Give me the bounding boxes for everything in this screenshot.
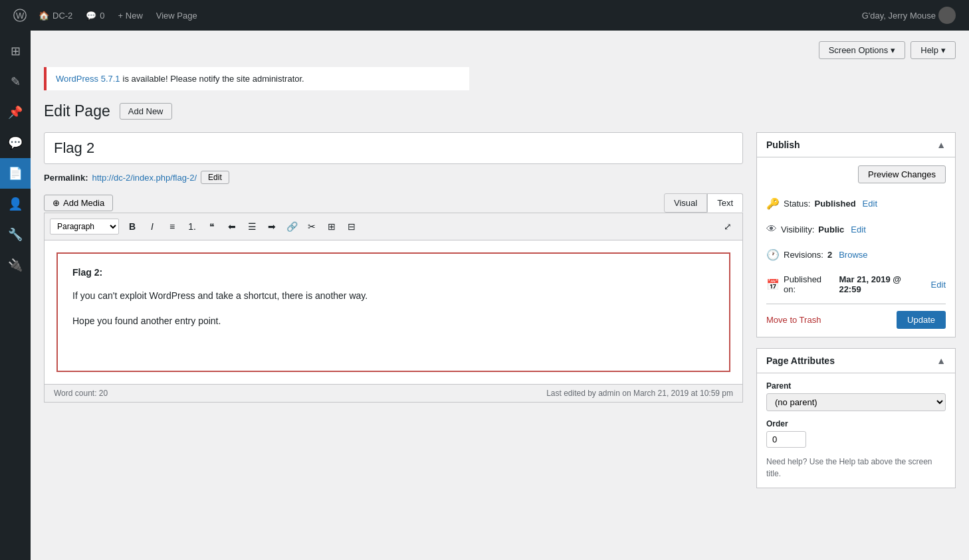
visibility-row: 👁 Visibility: Public Edit bbox=[766, 219, 946, 239]
avatar bbox=[938, 7, 956, 24]
last-edited-text: Last edited by admin on March 21, 2019 a… bbox=[546, 389, 733, 398]
italic-button[interactable]: I bbox=[143, 217, 162, 236]
revisions-label: Revisions: bbox=[784, 250, 823, 260]
add-media-button[interactable]: ⊕ Add Media bbox=[44, 195, 113, 211]
visibility-edit-link[interactable]: Edit bbox=[851, 225, 865, 234]
revisions-browse-link[interactable]: Browse bbox=[839, 250, 867, 260]
screen-options-bar: Screen Options ▾ Help ▾ bbox=[44, 41, 956, 59]
order-label: Order bbox=[766, 419, 946, 428]
tools-icon: 🔧 bbox=[8, 227, 23, 242]
sidebar-item-posts[interactable]: ✎ bbox=[0, 66, 31, 97]
publish-actions: Move to Trash Update bbox=[766, 304, 946, 329]
sidebar-item-plugins[interactable]: 🔌 bbox=[0, 250, 31, 280]
user-greeting: G'day, Jerry Mouse bbox=[862, 7, 956, 24]
sidebar-item-tools[interactable]: 🔧 bbox=[0, 219, 31, 250]
view-page-item[interactable]: View Page bbox=[150, 0, 204, 31]
status-icon: 🔑 bbox=[766, 197, 780, 210]
new-content-item[interactable]: + New bbox=[112, 0, 150, 31]
editor-toolbar-top: ⊕ Add Media Visual Text bbox=[44, 193, 743, 213]
add-new-button[interactable]: Add New bbox=[120, 103, 172, 120]
revisions-value: 2 bbox=[827, 250, 832, 260]
order-input[interactable] bbox=[766, 431, 806, 448]
help-button[interactable]: Help ▾ bbox=[911, 41, 956, 59]
align-right-button[interactable]: ➡ bbox=[263, 217, 281, 236]
revisions-row: 🕐 Revisions: 2 Browse bbox=[766, 244, 946, 265]
sidebar-item-comments[interactable]: 💬 bbox=[0, 128, 31, 158]
svg-text:W: W bbox=[16, 11, 25, 21]
publish-box-title: Publish bbox=[766, 140, 800, 150]
publish-box: Publish ▲ Preview Changes 🔑 Status: Publ… bbox=[756, 132, 956, 337]
update-button[interactable]: Update bbox=[897, 311, 946, 329]
page-attributes-body: Parent (no parent) Order Need help? Use … bbox=[757, 373, 955, 488]
published-row: 📅 Published on: Mar 21, 2019 @ 22:59 Edi… bbox=[766, 270, 946, 298]
published-edit-link[interactable]: Edit bbox=[931, 280, 946, 290]
publish-box-body: Preview Changes 🔑 Status: Published Edit… bbox=[757, 157, 955, 337]
insert-table-button[interactable]: ⊞ bbox=[322, 217, 341, 236]
pages-icon: 📄 bbox=[8, 166, 23, 181]
preview-changes-button[interactable]: Preview Changes bbox=[858, 165, 946, 183]
sidebar-item-dashboard[interactable]: ⊞ bbox=[0, 36, 31, 66]
editor-sidebar: Publish ▲ Preview Changes 🔑 Status: Publ… bbox=[756, 132, 956, 499]
home-icon: 🏠 bbox=[39, 11, 49, 21]
page-attributes-box: Page Attributes ▲ Parent (no parent) Ord… bbox=[756, 348, 956, 488]
status-value: Published bbox=[814, 199, 855, 209]
comments-menu-icon: 💬 bbox=[8, 136, 23, 150]
content-para-2: Hope you found another entry point. bbox=[72, 314, 714, 328]
help-chevron-icon: ▾ bbox=[941, 45, 946, 55]
format-bar: Paragraph Heading 1 Heading 2 Heading 3 … bbox=[45, 213, 742, 240]
permalink-edit-button[interactable]: Edit bbox=[201, 171, 229, 184]
users-icon: 👤 bbox=[8, 197, 23, 211]
site-name-item[interactable]: 🏠 DC-2 bbox=[32, 0, 79, 31]
revisions-icon: 🕐 bbox=[766, 248, 780, 261]
view-page-label: View Page bbox=[156, 11, 197, 21]
page-title-input[interactable] bbox=[44, 132, 743, 164]
editor-footer: Word count: 20 Last edited by admin on M… bbox=[45, 384, 742, 402]
publish-box-collapse-button[interactable]: ▲ bbox=[936, 140, 946, 150]
wp-version-link[interactable]: WordPress 5.7.1 bbox=[56, 74, 120, 84]
page-title: Edit Page bbox=[44, 102, 110, 120]
status-edit-link[interactable]: Edit bbox=[863, 199, 877, 209]
unordered-list-button[interactable]: ≡ bbox=[163, 217, 181, 236]
update-notice: WordPress 5.7.1 is available! Please not… bbox=[44, 67, 469, 90]
screen-options-button[interactable]: Screen Options ▾ bbox=[819, 41, 906, 59]
align-left-button[interactable]: ⬅ bbox=[223, 217, 241, 236]
editor-box: Paragraph Heading 1 Heading 2 Heading 3 … bbox=[44, 213, 743, 403]
parent-select[interactable]: (no parent) bbox=[766, 393, 946, 411]
content-box: Flag 2: If you can't exploit WordPress a… bbox=[56, 252, 730, 372]
sidebar-item-pages[interactable]: 📄 bbox=[0, 158, 31, 189]
visibility-label: Visibility: bbox=[781, 225, 814, 234]
blockquote-button[interactable]: ❝ bbox=[203, 217, 221, 236]
page-attributes-collapse-button[interactable]: ▲ bbox=[936, 355, 946, 366]
content-flag-title: Flag 2: bbox=[72, 267, 714, 278]
tab-text[interactable]: Text bbox=[707, 193, 743, 213]
insert-link-button[interactable]: 🔗 bbox=[282, 217, 301, 236]
bold-button[interactable]: B bbox=[123, 217, 142, 236]
visibility-value: Public bbox=[818, 225, 844, 234]
tab-visual[interactable]: Visual bbox=[664, 193, 707, 213]
screen-options-label: Screen Options bbox=[829, 45, 889, 55]
paragraph-format-select[interactable]: Paragraph Heading 1 Heading 2 Heading 3 … bbox=[50, 219, 119, 234]
sidebar-item-users[interactable]: 👤 bbox=[0, 189, 31, 219]
published-value: Mar 21, 2019 @ 22:59 bbox=[839, 274, 924, 294]
sidebar-item-pin[interactable]: 📌 bbox=[0, 97, 31, 128]
insert-grid-button[interactable]: ⊟ bbox=[342, 217, 361, 236]
permalink-label: Permalink: bbox=[44, 173, 88, 183]
permalink-url[interactable]: http://dc-2/index.php/flag-2/ bbox=[92, 173, 197, 183]
content-area: Permalink: http://dc-2/index.php/flag-2/… bbox=[44, 132, 956, 499]
move-to-trash-link[interactable]: Move to Trash bbox=[766, 315, 821, 325]
site-name-label: DC-2 bbox=[53, 11, 72, 21]
help-label: Help bbox=[920, 45, 938, 55]
align-center-button[interactable]: ☰ bbox=[243, 217, 261, 236]
editor-content-area[interactable]: Flag 2: If you can't exploit WordPress a… bbox=[45, 240, 742, 384]
comments-item[interactable]: 💬 0 bbox=[79, 0, 111, 31]
word-count-value: 20 bbox=[99, 389, 108, 398]
calendar-icon: 📅 bbox=[766, 278, 780, 291]
ordered-list-button[interactable]: 1. bbox=[183, 217, 201, 236]
editor-tabs: Visual Text bbox=[664, 193, 743, 213]
expand-toolbar-button[interactable]: ⤢ bbox=[718, 217, 737, 236]
unlink-button[interactable]: ✂ bbox=[302, 217, 321, 236]
word-count-area: Word count: 20 bbox=[54, 389, 108, 398]
wp-logo-icon[interactable]: W bbox=[8, 0, 32, 31]
word-count-label: Word count: bbox=[54, 389, 96, 398]
page-header: Edit Page Add New bbox=[44, 102, 956, 120]
